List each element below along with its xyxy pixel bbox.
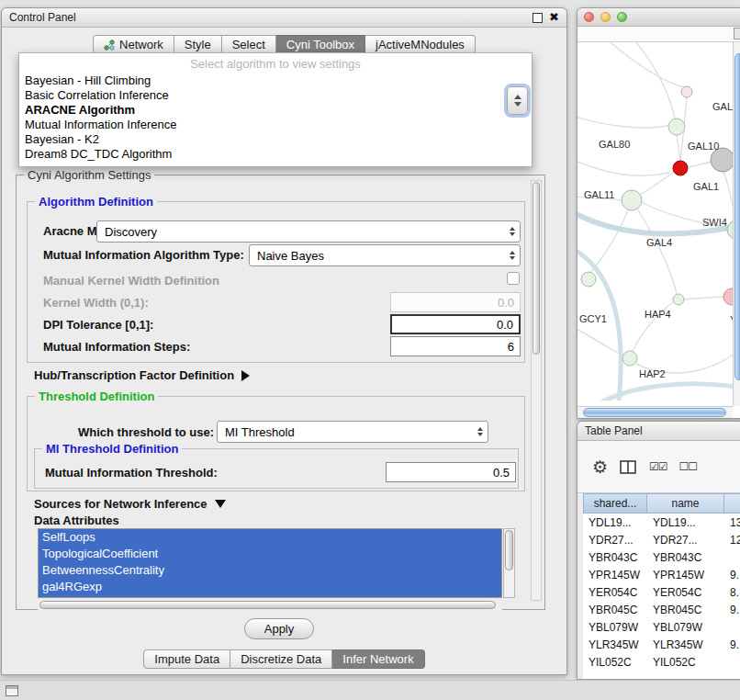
cell: 9. <box>724 604 740 616</box>
table-row[interactable]: YBL079W YBL079W <box>583 618 740 636</box>
mi-threshold-input[interactable]: 0.5 <box>386 462 516 482</box>
manual-kernel-checkbox[interactable] <box>507 272 520 285</box>
list-item[interactable]: gal4RGexp <box>39 579 501 595</box>
table-row[interactable]: YLR345W YLR345W 9. <box>583 636 740 653</box>
table-row[interactable]: YDL19... YDL19... 13 <box>583 514 740 531</box>
tab-style[interactable]: Style <box>174 35 222 54</box>
network-view-window: GAL GAL80 GAL10 GAL11 GAL1 SWI4 GAL4 GCY… <box>577 7 740 419</box>
cell: YIL052C <box>647 656 724 669</box>
table-row[interactable]: YPR145W YPR145W 9. <box>583 566 740 583</box>
control-panel-title: Control Panel <box>9 11 76 24</box>
docked-panel-icon[interactable] <box>6 685 18 696</box>
sources-section-toggle[interactable]: Sources for Network Inference <box>34 497 226 511</box>
scrollbar-thumb[interactable] <box>583 408 726 417</box>
control-panel-titlebar[interactable]: Control Panel ✖ <box>2 8 566 28</box>
node-label: SWI4 <box>702 217 727 228</box>
table-panel-window: Table Panel ⚙ ☑☑ ☐☐ shared... name YDL19… <box>577 421 740 680</box>
network-node-selected-red[interactable] <box>673 161 688 175</box>
gear-icon[interactable]: ⚙ <box>592 458 608 476</box>
scrollbar-thumb[interactable] <box>533 182 540 355</box>
unchecked-boxes-icon[interactable]: ☐☐ <box>679 460 698 473</box>
network-node[interactable] <box>668 119 685 135</box>
hub-section-toggle[interactable]: Hub/Transcription Factor Definition <box>34 368 250 382</box>
mi-threshold-value: 0.5 <box>493 466 510 480</box>
scrollbar-thumb[interactable] <box>39 601 496 609</box>
column-header-name[interactable]: name <box>647 493 724 514</box>
mi-threshold-group-title: MI Threshold Definition <box>42 442 182 456</box>
column-header-partial[interactable] <box>724 493 740 514</box>
list-item[interactable]: BetweennessCentrality <box>39 562 501 579</box>
mi-steps-value: 6 <box>508 340 514 354</box>
zoom-window-button[interactable] <box>617 12 627 22</box>
tab-jactivemnodules[interactable]: jActiveMNodules <box>365 35 476 54</box>
list-item[interactable]: SelfLoops <box>39 529 501 546</box>
cell: 12 <box>724 534 740 547</box>
tab-discretize-data[interactable]: Discretize Data <box>230 649 332 669</box>
sources-section-label: Sources for Network Inference <box>34 497 207 511</box>
scrollbar-thumb[interactable] <box>734 53 740 380</box>
algorithm-combobox-button[interactable] <box>507 86 528 115</box>
tab-label: Impute Data <box>154 652 219 666</box>
tab-select[interactable]: Select <box>222 35 276 54</box>
attributes-horizontal-scrollbar[interactable] <box>38 600 502 610</box>
settings-vertical-scrollbar[interactable] <box>531 180 542 601</box>
cell: YLR345W <box>647 638 724 651</box>
table-row[interactable]: YBR045C YBR045C 9. <box>583 601 740 618</box>
tab-label: Style <box>185 38 211 51</box>
cell: YBR043C <box>583 551 647 564</box>
close-panel-icon[interactable]: ✖ <box>549 13 559 22</box>
mi-type-combobox[interactable]: Naive Bayes <box>249 244 521 266</box>
columns-icon[interactable] <box>620 460 637 474</box>
cell: YBL079W <box>583 621 647 634</box>
network-vertical-scrollbar[interactable] <box>733 42 740 406</box>
attributes-vertical-scrollbar[interactable] <box>503 528 515 598</box>
algorithm-option-selected[interactable]: ARACNE Algorithm <box>19 103 532 118</box>
algorithm-dropdown-popup: Select algorithm to view settings Bayesi… <box>18 52 533 167</box>
table-row[interactable]: YBR043C YBR043C <box>583 548 740 566</box>
network-node[interactable] <box>681 86 692 97</box>
node-label: GAL <box>712 101 733 112</box>
cell: 8. <box>724 586 740 599</box>
dpi-tolerance-input[interactable]: 0.0 <box>390 314 521 334</box>
network-horizontal-scrollbar[interactable] <box>577 406 733 418</box>
minimize-window-button[interactable] <box>600 12 611 22</box>
table-panel-titlebar[interactable]: Table Panel <box>577 422 740 441</box>
tab-impute-data[interactable]: Impute Data <box>143 649 230 669</box>
network-graph: GAL GAL80 GAL10 GAL11 GAL1 SWI4 GAL4 GCY… <box>577 42 734 401</box>
cell: YBL079W <box>647 621 724 634</box>
list-item[interactable]: TopologicalCoefficient <box>39 546 501 562</box>
network-node[interactable] <box>622 351 637 366</box>
table-row[interactable]: YER054C YER054C 8. <box>583 583 740 601</box>
algorithm-option[interactable]: Bayesian - Hill Climbing <box>19 73 532 88</box>
table-row[interactable]: YDR27... YDR27... 12 <box>583 531 740 548</box>
tab-network[interactable]: Network <box>93 35 174 54</box>
cell: YLR345W <box>583 638 647 651</box>
algorithm-option[interactable]: Bayesian - K2 <box>19 132 532 147</box>
algorithm-option[interactable]: Dream8 DC_TDC Algorithm <box>19 147 532 162</box>
apply-button[interactable]: Apply <box>244 618 314 639</box>
aracne-mode-combobox[interactable]: Discovery <box>96 220 521 243</box>
tab-cyni-toolbox[interactable]: Cyni Toolbox <box>276 35 365 54</box>
network-node[interactable] <box>622 190 642 210</box>
column-header-shared-name[interactable]: shared... <box>583 493 647 514</box>
tab-label: jActiveMNodules <box>376 38 465 51</box>
kernel-width-input[interactable]: 0.0 <box>390 292 521 312</box>
checked-boxes-icon[interactable]: ☑☑ <box>649 460 667 473</box>
network-node[interactable] <box>673 294 684 305</box>
close-window-button[interactable] <box>584 12 594 22</box>
network-window-titlebar[interactable] <box>577 8 740 27</box>
tab-infer-network[interactable]: Infer Network <box>332 649 424 669</box>
cell: YBR045C <box>647 604 724 616</box>
algorithm-option[interactable]: Mutual Information Inference <box>19 118 532 132</box>
which-threshold-combobox[interactable]: MI Threshold <box>217 421 488 443</box>
table-row[interactable]: YIL052C YIL052C <box>583 653 740 671</box>
aracne-mode-value: Discovery <box>105 225 157 239</box>
float-window-icon[interactable] <box>533 13 543 23</box>
network-node[interactable] <box>581 272 596 287</box>
threshold-definition-title: Threshold Definition <box>35 390 158 403</box>
algorithm-option[interactable]: Basic Correlation Inference <box>19 88 532 103</box>
scrollbar-thumb[interactable] <box>505 530 513 570</box>
network-canvas[interactable]: GAL GAL80 GAL10 GAL11 GAL1 SWI4 GAL4 GCY… <box>577 42 740 418</box>
mi-steps-input[interactable]: 6 <box>390 336 521 356</box>
toolbar-corner-widget[interactable] <box>734 28 740 40</box>
